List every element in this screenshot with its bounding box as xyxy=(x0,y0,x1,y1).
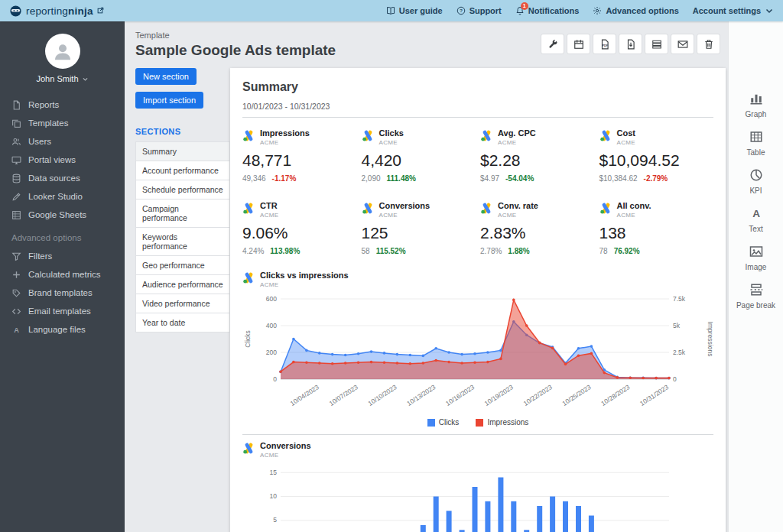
advanced-options-section-label: Advanced options xyxy=(0,224,125,245)
spreadsheet-icon xyxy=(11,210,21,220)
data-sources-button[interactable] xyxy=(645,34,668,54)
user-guide-label: User guide xyxy=(399,6,443,15)
svg-text:10/25/2023: 10/25/2023 xyxy=(560,383,592,407)
rows-icon xyxy=(651,39,662,50)
book-icon xyxy=(386,6,395,15)
import-section-button[interactable]: Import section xyxy=(135,92,203,109)
users-icon xyxy=(11,137,21,147)
section-item-year-to-date[interactable]: Year to date xyxy=(135,313,230,332)
kpi-delta: 1.88% xyxy=(508,247,529,255)
widget-image[interactable]: Image xyxy=(729,245,783,271)
settings-button[interactable] xyxy=(541,34,564,54)
svg-text:400: 400 xyxy=(266,322,277,329)
account-settings-link[interactable]: Account settings xyxy=(693,6,774,15)
svg-text:200: 200 xyxy=(266,349,277,356)
database-icon xyxy=(11,174,21,183)
advanced-options-link[interactable]: Advanced options xyxy=(593,6,678,15)
kpi-value: 2.83% xyxy=(480,224,595,242)
calendar-icon xyxy=(573,39,584,50)
kpi-value: 48,771 xyxy=(242,151,357,170)
svg-text:10/22/2023: 10/22/2023 xyxy=(522,383,554,407)
sections-heading: SECTIONS xyxy=(135,127,230,136)
avatar[interactable] xyxy=(45,34,80,69)
schedule-button[interactable] xyxy=(567,34,590,54)
svg-text:10/10/2023: 10/10/2023 xyxy=(366,383,398,407)
widget-page-break[interactable]: Page break xyxy=(729,283,783,310)
kpi-card-cost[interactable]: CostACME $10,094.52 $10,384.62-2.79% xyxy=(599,128,714,183)
kpi-card-conversions[interactable]: ConversionsACME 125 58115.52% xyxy=(362,201,476,255)
pdf-file-icon xyxy=(599,39,610,50)
chart-title: Conversions xyxy=(260,441,311,450)
sidebar-item-language-files[interactable]: Language files xyxy=(0,320,125,339)
section-item-geo-performance[interactable]: Geo performance xyxy=(135,255,230,275)
brand-logo[interactable]: reportingninja xyxy=(9,5,104,18)
kpi-card-impressions[interactable]: ImpressionsACME 48,771 49,346-1.17% xyxy=(242,128,357,183)
sections-panel: New section Import section SECTIONS Summ… xyxy=(135,68,230,332)
widget-text[interactable]: Text xyxy=(729,206,783,233)
widget-graph[interactable]: Graph xyxy=(729,92,783,118)
file-download-icon xyxy=(625,39,636,50)
sidebar-item-brand-templates[interactable]: Brand templates xyxy=(0,284,125,302)
email-button[interactable] xyxy=(671,34,694,54)
section-item-summary[interactable]: Summary xyxy=(135,141,230,161)
page-title-block: Template Sample Google Ads template xyxy=(135,31,336,59)
download-file-button[interactable] xyxy=(619,34,642,54)
toolbar xyxy=(541,34,720,54)
widget-rail: Graph Table KPI Text Image Page break xyxy=(728,21,783,532)
export-pdf-button[interactable] xyxy=(593,34,616,54)
notifications-link[interactable]: 1 Notifications xyxy=(515,6,580,15)
new-section-button[interactable]: New section xyxy=(135,68,197,85)
wrench-icon xyxy=(547,39,558,50)
clicks-vs-impressions-chart-block[interactable]: Clicks vs impressions ACME 020040060002.… xyxy=(242,271,713,427)
widget-table[interactable]: Table xyxy=(729,130,783,157)
sidebar-item-reports[interactable]: Reports xyxy=(0,96,125,114)
sidebar-item-users[interactable]: Users xyxy=(0,132,125,151)
sidebar-advanced-menu: Filters Calculated metrics Brand templat… xyxy=(0,247,125,339)
sidebar-item-templates[interactable]: Templates xyxy=(0,114,125,132)
section-item-schedule-performance[interactable]: Schedule performance xyxy=(135,180,230,200)
widget-kpi[interactable]: KPI xyxy=(729,168,783,195)
section-item-account-performance[interactable]: Account performance xyxy=(135,161,230,180)
advanced-options-label: Advanced options xyxy=(606,6,678,15)
sidebar-menu: Reports Templates Users Portal views Dat… xyxy=(0,96,125,224)
sidebar-item-looker-studio[interactable]: Looker Studio xyxy=(0,187,125,206)
monitor-icon xyxy=(11,155,21,165)
sidebar-item-google-sheets[interactable]: Google Sheets xyxy=(0,206,125,224)
topbar: reportingninja User guide Support 1 Noti… xyxy=(0,0,783,21)
user-menu[interactable]: John Smith xyxy=(36,74,88,83)
section-item-video-performance[interactable]: Video performance xyxy=(135,294,230,313)
google-ads-icon xyxy=(480,129,493,142)
svg-text:10/13/2023: 10/13/2023 xyxy=(405,383,437,407)
section-item-audience-performance[interactable]: Audience performance xyxy=(135,274,230,294)
notifications-label: Notifications xyxy=(528,6,580,15)
kpi-previous-value: 2,090 xyxy=(362,174,381,183)
kpi-card-avg-cpc[interactable]: Avg. CPCACME $2.28 $4.97-54.04% xyxy=(480,128,595,183)
ninja-logo-icon xyxy=(9,5,22,18)
question-icon xyxy=(456,6,466,15)
section-item-keywords-performance[interactable]: Keywords performance xyxy=(135,227,230,256)
external-link-icon xyxy=(97,7,104,14)
report-date-range[interactable]: 10/01/2023 - 10/31/2023 xyxy=(242,102,713,111)
google-ads-icon xyxy=(242,271,255,284)
sidebar-item-calculated-metrics[interactable]: Calculated metrics xyxy=(0,265,125,284)
sidebar-item-portal-views[interactable]: Portal views xyxy=(0,151,125,169)
sidebar-item-email-templates[interactable]: Email templates xyxy=(0,302,125,320)
conversions-chart-block[interactable]: Conversions ACME 15105 xyxy=(242,441,713,532)
kpi-value: 9.06% xyxy=(242,224,357,242)
support-link[interactable]: Support xyxy=(456,6,502,15)
sidebar-item-filters[interactable]: Filters xyxy=(0,247,125,265)
svg-text:10/28/2023: 10/28/2023 xyxy=(599,383,631,407)
google-ads-icon xyxy=(599,202,612,215)
delete-button[interactable] xyxy=(697,34,720,54)
kpi-value: 138 xyxy=(599,224,714,242)
kpi-card-conv-rate[interactable]: Conv. rateACME 2.83% 2.78%1.88% xyxy=(480,201,595,255)
user-guide-link[interactable]: User guide xyxy=(386,6,443,15)
svg-text:5k: 5k xyxy=(673,322,681,329)
section-item-campaign-performance[interactable]: Campaign performance xyxy=(135,199,230,228)
sidebar-item-data-sources[interactable]: Data sources xyxy=(0,169,125,187)
svg-text:0: 0 xyxy=(273,375,277,383)
kpi-card-all-conv[interactable]: All conv.ACME 138 7876.92% xyxy=(599,201,714,255)
kpi-card-ctr[interactable]: CTRACME 9.06% 4.24%113.98% xyxy=(242,201,357,255)
kpi-grid: ImpressionsACME 48,771 49,346-1.17% Clic… xyxy=(242,128,713,255)
kpi-card-clicks[interactable]: ClicksACME 4,420 2,090111.48% xyxy=(362,128,476,183)
